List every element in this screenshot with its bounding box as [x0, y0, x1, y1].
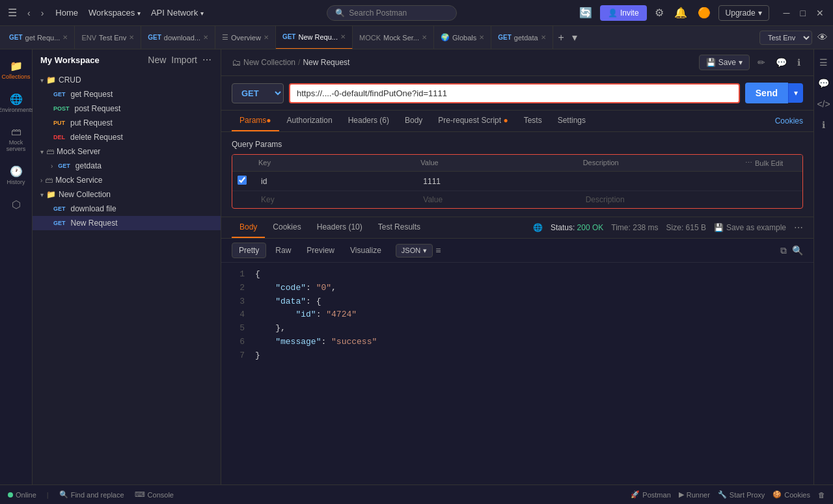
- tab-download[interactable]: GET download... ✕: [141, 26, 215, 49]
- tab-close[interactable]: ✕: [62, 34, 68, 41]
- home-link[interactable]: Home: [51, 5, 82, 20]
- tab-tests[interactable]: Tests: [516, 111, 550, 131]
- sidebar-icon-history[interactable]: 🕐 History: [2, 160, 31, 191]
- env-select[interactable]: Test Env: [759, 31, 812, 45]
- tab-close[interactable]: ✕: [340, 33, 346, 40]
- breadcrumb-collection[interactable]: New Collection: [243, 58, 295, 67]
- sidebar-item-delete-request[interactable]: DEL delete Request: [33, 130, 221, 144]
- tab-pre-request-script[interactable]: Pre-request Script ●: [430, 111, 515, 131]
- right-icon-info[interactable]: ℹ: [819, 117, 828, 133]
- sidebar-item-post-request[interactable]: POST post Request: [33, 101, 221, 116]
- status-start-proxy[interactable]: 🔧 Start Proxy: [718, 490, 765, 499]
- close-button[interactable]: ✕: [812, 7, 828, 20]
- notification-icon[interactable]: 🔔: [672, 4, 690, 21]
- tab-settings[interactable]: Settings: [550, 111, 594, 131]
- tab-close[interactable]: ✕: [203, 34, 208, 41]
- tab-close[interactable]: ✕: [264, 34, 269, 41]
- sidebar-icon-mock-servers[interactable]: 🗃 Mock servers: [2, 121, 31, 157]
- sidebar-item-new-request[interactable]: GET New Request: [33, 216, 221, 230]
- tab-overview[interactable]: ☰ Overview ✕: [215, 26, 276, 49]
- sidebar-options-button[interactable]: ⋯: [201, 53, 213, 66]
- sidebar-item-put-request[interactable]: PUT put Request: [33, 116, 221, 130]
- tab-authorization[interactable]: Authorization: [279, 111, 340, 131]
- sidebar-item-download-file[interactable]: GET download file: [33, 202, 221, 216]
- row-checkbox-cell[interactable]: [238, 176, 258, 187]
- param-key-placeholder[interactable]: Key: [258, 195, 420, 204]
- sidebar-icon-flows[interactable]: ⬡: [2, 193, 31, 216]
- sidebar-item-get-request[interactable]: GET get Request: [33, 87, 221, 101]
- tab-getdata[interactable]: GET getdata ✕: [491, 26, 553, 49]
- response-more-button[interactable]: ⋯: [794, 222, 803, 233]
- status-cookies[interactable]: 🍪 Cookies: [772, 490, 810, 499]
- tab-test-env[interactable]: ENV Test Env ✕: [75, 26, 141, 49]
- tab-close[interactable]: ✕: [129, 34, 134, 41]
- cookies-link[interactable]: Cookies: [775, 116, 803, 126]
- sidebar-item-mock-server[interactable]: ▾ 🗃 Mock Server: [33, 144, 221, 159]
- comment-icon[interactable]: 💬: [773, 55, 789, 70]
- maximize-button[interactable]: □: [797, 7, 810, 20]
- tab-close[interactable]: ✕: [479, 34, 484, 41]
- bulk-edit-button[interactable]: Bulk Edit: [755, 159, 783, 167]
- sidebar-icon-collections[interactable]: 📁 Collections: [2, 55, 31, 85]
- send-dropdown-button[interactable]: ▾: [788, 83, 803, 103]
- url-input[interactable]: [289, 83, 740, 103]
- info-icon[interactable]: ℹ: [795, 55, 803, 70]
- wrap-lines-button[interactable]: ≡: [435, 245, 441, 256]
- response-tab-cookies[interactable]: Cookies: [265, 217, 308, 238]
- param-value-placeholder[interactable]: Value: [420, 195, 582, 204]
- forward-button[interactable]: ›: [38, 5, 47, 21]
- menu-button[interactable]: ☰: [5, 4, 20, 21]
- tab-body[interactable]: Body: [397, 111, 430, 131]
- view-tab-pretty[interactable]: Pretty: [232, 243, 266, 258]
- sidebar-item-crud[interactable]: ▾ 📁 CRUD: [33, 73, 221, 87]
- view-tab-visualize[interactable]: Visualize: [344, 243, 388, 258]
- edit-icon[interactable]: ✏: [755, 55, 768, 70]
- save-button[interactable]: 💾 Save ▾: [699, 55, 750, 70]
- status-postman[interactable]: 🚀 Postman: [631, 490, 670, 499]
- view-tab-raw[interactable]: Raw: [269, 243, 297, 258]
- response-tab-headers[interactable]: Headers (10): [309, 217, 370, 238]
- settings-icon[interactable]: ⚙: [652, 4, 666, 21]
- right-icon-2[interactable]: 💬: [815, 75, 832, 91]
- sync-icon[interactable]: 🔄: [577, 4, 595, 21]
- import-button[interactable]: Import: [170, 53, 198, 66]
- tab-close[interactable]: ✕: [422, 34, 427, 41]
- tab-params[interactable]: Params●: [232, 111, 279, 131]
- right-icon-1[interactable]: ☰: [817, 55, 830, 70]
- env-settings-icon[interactable]: 👁: [815, 29, 830, 46]
- right-icon-code[interactable]: </>: [814, 96, 832, 112]
- save-example-button[interactable]: 💾 Save as example: [714, 223, 786, 232]
- json-format-selector[interactable]: JSON ▾: [396, 244, 433, 258]
- status-trash[interactable]: 🗑: [818, 491, 825, 499]
- minimize-button[interactable]: ─: [780, 7, 794, 20]
- new-collection-button[interactable]: New: [146, 53, 167, 66]
- sidebar-item-new-collection[interactable]: ▾ 📁 New Collection: [33, 187, 221, 202]
- tab-globals[interactable]: 🌍 Globals ✕: [434, 26, 491, 49]
- sidebar-item-getdata[interactable]: › GET getdata: [33, 159, 221, 173]
- workspaces-link[interactable]: Workspaces ▾: [85, 5, 144, 20]
- response-tab-body[interactable]: Body: [232, 217, 265, 238]
- send-button[interactable]: Send: [745, 83, 788, 103]
- tab-mock-server[interactable]: MOCK Mock Ser... ✕: [353, 26, 434, 49]
- tabs-overflow-button[interactable]: ▾: [569, 30, 580, 45]
- tab-close[interactable]: ✕: [541, 34, 546, 41]
- status-online[interactable]: Online: [8, 491, 36, 499]
- tab-get-request[interactable]: GET get Requ... ✕: [3, 26, 75, 49]
- search-input-wrap[interactable]: 🔍 Search Postman: [327, 5, 457, 21]
- back-button[interactable]: ‹: [25, 5, 33, 21]
- method-select[interactable]: GET: [232, 83, 284, 103]
- search-response-button[interactable]: 🔍: [792, 245, 803, 256]
- upgrade-button[interactable]: Upgrade ▾: [718, 5, 769, 21]
- param-key-cell[interactable]: id: [258, 177, 420, 186]
- new-tab-button[interactable]: +: [556, 31, 567, 45]
- copy-response-button[interactable]: ⧉: [780, 245, 787, 256]
- status-find-replace[interactable]: 🔍 Find and replace: [59, 490, 124, 499]
- sidebar-item-mock-service[interactable]: › 🗃 Mock Service: [33, 173, 221, 187]
- profile-icon[interactable]: 🟠: [695, 4, 713, 21]
- tab-new-request[interactable]: GET New Requ... ✕: [276, 26, 353, 49]
- row-checkbox[interactable]: [238, 176, 247, 185]
- view-tab-preview[interactable]: Preview: [300, 243, 341, 258]
- response-tab-test-results[interactable]: Test Results: [370, 217, 428, 238]
- invite-button[interactable]: 👤 Invite: [600, 5, 647, 21]
- status-runner[interactable]: ▶ Runner: [679, 490, 710, 499]
